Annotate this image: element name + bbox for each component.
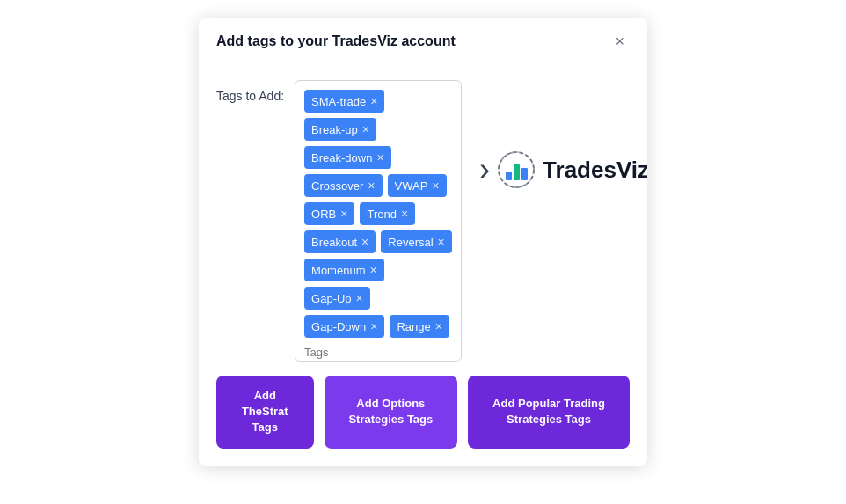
- dialog-title: Add tags to your TradesViz account: [216, 33, 456, 49]
- svg-rect-1: [506, 172, 512, 180]
- tag-chip: Break-up×: [304, 118, 376, 141]
- remove-tag-icon[interactable]: ×: [356, 292, 363, 304]
- tag-chip: ORB×: [304, 202, 354, 225]
- tag-chip: Gap-Up×: [304, 287, 370, 310]
- tags-text-input[interactable]: [304, 343, 452, 362]
- tags-input-area[interactable]: SMA-trade×Break-up×Break-down×Crossover×…: [295, 80, 462, 362]
- remove-tag-icon[interactable]: ×: [376, 151, 383, 164]
- dialog-body: Tags to Add: SMA-trade×Break-up×Break-do…: [199, 62, 647, 376]
- remove-tag-icon[interactable]: ×: [435, 320, 442, 332]
- dialog-footer: Add TheStrat Tags Add Options Strategies…: [199, 376, 647, 466]
- remove-tag-icon[interactable]: ×: [368, 179, 375, 192]
- remove-tag-icon[interactable]: ×: [369, 264, 376, 276]
- tag-chip: Gap-Down×: [304, 315, 384, 338]
- tag-chip: Break-down×: [304, 146, 391, 169]
- remove-tag-icon[interactable]: ×: [438, 236, 445, 248]
- add-popular-trading-strategies-tags-button[interactable]: Add Popular Trading Strategies Tags: [468, 376, 630, 449]
- tag-chip: VWAP×: [388, 174, 447, 197]
- remove-tag-icon[interactable]: ×: [361, 236, 368, 248]
- dialog-header: Add tags to your TradesViz account ×: [199, 18, 647, 62]
- logo-area: › TradesViz: [479, 150, 647, 189]
- remove-tag-icon[interactable]: ×: [432, 179, 439, 192]
- add-tags-dialog: Add tags to your TradesViz account × Tag…: [199, 18, 647, 466]
- tag-chip: Momenum×: [304, 259, 384, 281]
- svg-rect-2: [514, 164, 520, 180]
- tradesViz-logo-icon: [497, 150, 536, 189]
- tags-label: Tags to Add:: [216, 89, 284, 103]
- tag-chip: Crossover×: [304, 174, 382, 197]
- tag-chip: SMA-trade×: [304, 90, 384, 113]
- tag-chip: Reversal×: [381, 230, 451, 253]
- tag-chip: Breakout×: [304, 230, 376, 253]
- svg-rect-3: [521, 168, 528, 180]
- remove-tag-icon[interactable]: ×: [401, 208, 408, 220]
- tag-chip: Trend×: [360, 202, 415, 225]
- chevron-right-icon: ›: [479, 151, 490, 188]
- add-options-strategies-tags-button[interactable]: Add Options Strategies Tags: [325, 376, 457, 449]
- tag-chip: Range×: [390, 315, 449, 338]
- remove-tag-icon[interactable]: ×: [370, 320, 377, 332]
- close-button[interactable]: ×: [609, 32, 630, 51]
- remove-tag-icon[interactable]: ×: [340, 208, 347, 220]
- add-thestrat-tags-button[interactable]: Add TheStrat Tags: [216, 376, 314, 449]
- remove-tag-icon[interactable]: ×: [362, 123, 369, 135]
- tradesViz-logo-text: TradesViz: [543, 157, 647, 184]
- remove-tag-icon[interactable]: ×: [370, 95, 377, 107]
